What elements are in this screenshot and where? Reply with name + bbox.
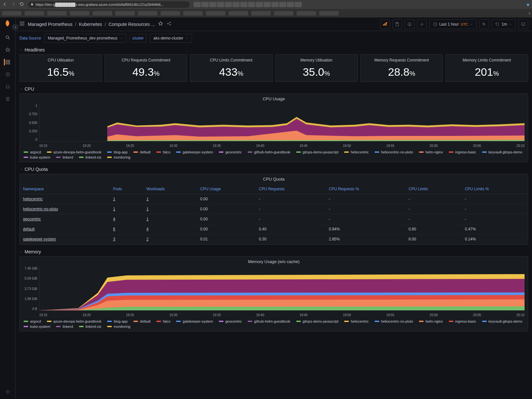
- legend-item[interactable]: geocentric: [219, 150, 242, 154]
- table-header[interactable]: Namespace: [20, 184, 110, 194]
- legend-item[interactable]: linkerd: [56, 155, 73, 159]
- namespace-link[interactable]: heliocentric: [23, 197, 43, 201]
- legend-item[interactable]: linkerd-viz: [79, 155, 102, 159]
- legend-item[interactable]: github-helm-guestbook: [248, 150, 290, 154]
- legend-item[interactable]: linkerd: [56, 325, 73, 328]
- grafana-logo-icon[interactable]: [3, 19, 12, 28]
- table-header[interactable]: CPU Usage: [197, 184, 255, 194]
- legend-item[interactable]: falco: [156, 150, 170, 154]
- workloads-link[interactable]: 1: [146, 207, 149, 211]
- legend-item[interactable]: gitops-demo-javascript: [296, 150, 339, 154]
- expand-sidenav-button[interactable]: [12, 24, 18, 30]
- datasource-select[interactable]: Managed_Prometheus_dev-prometheus: [44, 34, 126, 43]
- legend-item[interactable]: monitoring: [107, 155, 130, 159]
- table-header[interactable]: CPU Requests: [255, 184, 325, 194]
- legend-item[interactable]: default: [133, 319, 151, 323]
- cluster-select[interactable]: aks-demo-cluster: [150, 34, 192, 43]
- save-button[interactable]: [392, 19, 402, 29]
- legend-item[interactable]: keyvault-gitops-demo: [482, 319, 523, 323]
- namespace-link[interactable]: geocentric: [23, 217, 41, 221]
- back-icon[interactable]: [3, 2, 7, 7]
- star-icon[interactable]: [5, 47, 11, 53]
- legend-item[interactable]: monitoring: [107, 325, 130, 328]
- table-header[interactable]: CPU Requests %: [325, 184, 405, 194]
- legend-item[interactable]: geocentric: [219, 319, 242, 323]
- zoom-out-icon[interactable]: [479, 19, 489, 29]
- legend-item[interactable]: heliocentric-no-pluto: [375, 150, 413, 154]
- legend-item[interactable]: argocd: [24, 319, 41, 323]
- legend-item[interactable]: gatekeeper-system: [176, 150, 213, 154]
- legend-item[interactable]: heliocentric-no-pluto: [375, 319, 413, 323]
- settings-icon[interactable]: [417, 19, 427, 29]
- search-icon[interactable]: [5, 34, 11, 41]
- refresh-interval-button[interactable]: 1m: [492, 19, 516, 29]
- table-header[interactable]: Pods: [110, 184, 143, 194]
- stat-panel[interactable]: Memory Utilisation35.0%: [275, 54, 358, 82]
- legend-item[interactable]: azure-devops-helm-guestbook: [47, 319, 102, 323]
- pods-link[interactable]: 1: [113, 197, 115, 201]
- add-panel-button[interactable]: [380, 19, 390, 29]
- pods-link[interactable]: 3: [113, 237, 115, 241]
- table-header[interactable]: CPU Limits: [405, 184, 462, 194]
- workloads-link[interactable]: 4: [146, 227, 149, 231]
- bell-icon[interactable]: [5, 83, 11, 90]
- legend-item[interactable]: gatekeeper-system: [176, 319, 213, 323]
- legend-item[interactable]: github-helm-guestbook: [248, 319, 290, 323]
- legend-item[interactable]: helm-nginx: [419, 150, 443, 154]
- time-range-button[interactable]: Last 1 hour UTC: [429, 19, 477, 29]
- gear-icon[interactable]: [5, 389, 11, 395]
- legend-item[interactable]: kube-system: [24, 155, 50, 159]
- stat-panel[interactable]: Memory Limits Commitment201%: [446, 54, 528, 82]
- namespace-link[interactable]: default: [23, 227, 35, 231]
- workloads-link[interactable]: 2: [146, 237, 149, 241]
- legend-item[interactable]: argocd: [24, 150, 41, 154]
- workloads-link[interactable]: 1: [146, 217, 149, 221]
- legend-item[interactable]: ingress-basic: [449, 150, 476, 154]
- legend-item[interactable]: keyvault-gitops-demo: [482, 150, 523, 154]
- share-icon[interactable]: [166, 21, 172, 27]
- legend-item[interactable]: heliocentric: [344, 319, 369, 323]
- workloads-link[interactable]: 1: [146, 197, 149, 201]
- explore-icon[interactable]: [5, 71, 11, 78]
- row-memory[interactable]: Memory: [16, 247, 532, 256]
- legend-item[interactable]: helm-nginx: [419, 319, 443, 323]
- legend-item[interactable]: heliocentric: [344, 150, 369, 154]
- legend-item[interactable]: gitops-demo-javascript: [296, 319, 339, 323]
- legend-item[interactable]: azure-devops-helm-guestbook: [47, 150, 102, 154]
- stat-panel[interactable]: Memory Requests Commitment28.8%: [360, 54, 443, 82]
- refresh-icon[interactable]: [19, 2, 24, 7]
- pods-link[interactable]: 4: [113, 217, 115, 221]
- stat-panel[interactable]: CPU Requests Commitment49.3%: [105, 54, 187, 82]
- chevron-right-icon[interactable]: ›: [529, 11, 530, 16]
- row-headlines[interactable]: Headlines: [16, 45, 532, 54]
- pods-link[interactable]: 1: [113, 207, 115, 211]
- legend-item[interactable]: falco: [156, 319, 170, 323]
- row-cpu-quota[interactable]: CPU Quota: [16, 165, 532, 174]
- legend-swatch: [107, 157, 112, 158]
- legend-item[interactable]: ingress-basic: [449, 319, 476, 323]
- pods-link[interactable]: 6: [113, 227, 115, 231]
- monitor-icon[interactable]: [518, 19, 528, 29]
- bing-icon[interactable]: ◈: [526, 2, 529, 7]
- legend-item[interactable]: default: [133, 150, 151, 154]
- clipboard-icon[interactable]: [5, 96, 11, 102]
- forward-icon[interactable]: [11, 2, 16, 7]
- stat-panel[interactable]: CPU Utilisation16.5%: [19, 54, 102, 82]
- table-header[interactable]: Workloads: [143, 184, 197, 194]
- row-cpu[interactable]: CPU: [16, 84, 532, 94]
- legend-item[interactable]: linkerd-viz: [79, 325, 102, 328]
- info-icon[interactable]: [405, 19, 414, 29]
- breadcrumb[interactable]: Managed Prometheus / Kubernetes / Comput…: [28, 22, 155, 27]
- url-bar[interactable]: https://dev-g████████x.weu.grafana.azure…: [28, 1, 190, 8]
- namespace-link[interactable]: gatekeeper-system: [23, 237, 56, 241]
- stat-panel[interactable]: CPU Limits Commitment433%: [190, 54, 272, 82]
- memory-plot[interactable]: [39, 267, 525, 311]
- dashboards-icon[interactable]: [4, 59, 10, 65]
- star-outline-icon[interactable]: [158, 21, 163, 27]
- namespace-link[interactable]: heliocentric-no-pluto: [23, 207, 58, 211]
- table-header[interactable]: CPU Limits %: [462, 184, 528, 194]
- legend-item[interactable]: blog-app: [107, 319, 128, 323]
- cpu-plot[interactable]: [39, 104, 525, 141]
- legend-item[interactable]: kube-system: [24, 325, 50, 328]
- legend-item[interactable]: blog-app: [107, 150, 128, 154]
